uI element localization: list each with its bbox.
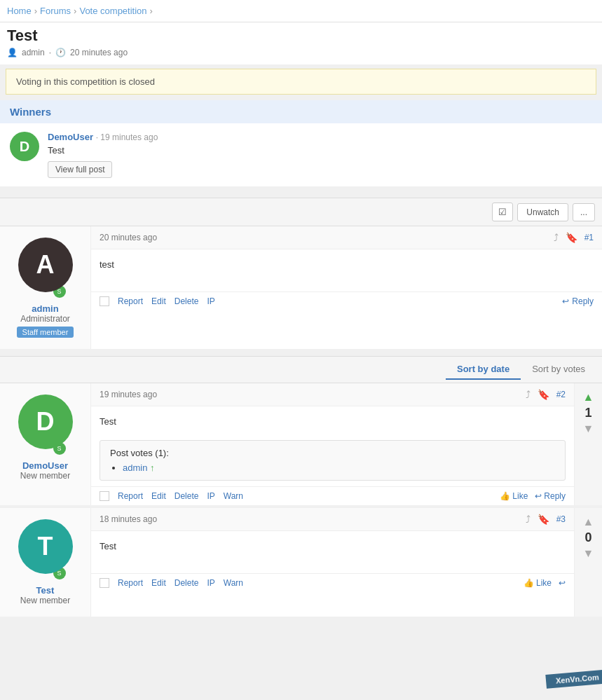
post-1-share-icon[interactable]: ⤴ bbox=[554, 232, 559, 243]
post-1-header: 20 minutes ago ⤴ 🔖 #1 bbox=[91, 226, 602, 249]
post-1-header-actions: ⤴ 🔖 #1 bbox=[554, 232, 594, 243]
post-2-vote-panel: ▲ 1 ▼ bbox=[574, 383, 602, 505]
winner-avatar: D bbox=[10, 132, 39, 161]
post-1-body: test bbox=[91, 249, 602, 291]
post-2-delete[interactable]: Delete bbox=[175, 491, 199, 501]
post-2-vote-down[interactable]: ▼ bbox=[583, 423, 594, 434]
post-3-time: 18 minutes ago bbox=[100, 514, 157, 524]
breadcrumb-forums[interactable]: Forums bbox=[40, 6, 71, 16]
post-1-avatar: A bbox=[18, 238, 73, 292]
post-2-share-icon[interactable]: ⤴ bbox=[526, 389, 531, 400]
post-1-edit[interactable]: Edit bbox=[151, 296, 166, 306]
post-3-header: 18 minutes ago ⤴ 🔖 #3 bbox=[91, 508, 574, 531]
post-3-main-wrapper: 18 minutes ago ⤴ 🔖 #3 Test Report Edit D… bbox=[91, 508, 602, 617]
post-2-reply[interactable]: ↩Reply bbox=[535, 491, 566, 501]
meta-time: 20 minutes ago bbox=[70, 48, 128, 57]
post-2-username[interactable]: DemoUser bbox=[22, 460, 68, 471]
user-icon: 👤 bbox=[7, 48, 18, 57]
breadcrumb-sep-3: › bbox=[150, 6, 153, 16]
page-title: Test bbox=[7, 27, 595, 45]
post-3-like[interactable]: 👍Like bbox=[524, 578, 552, 588]
post-1-report[interactable]: Report bbox=[118, 296, 143, 306]
post-2-like[interactable]: 👍Like bbox=[500, 491, 528, 501]
post-2-edit[interactable]: Edit bbox=[151, 491, 166, 501]
post-3-sidebar: T S Test New member bbox=[0, 508, 91, 617]
post-1-footer: Report Edit Delete IP ↩Reply bbox=[91, 291, 602, 310]
post-2-main: 19 minutes ago ⤴ 🔖 #2 Test Post votes (1… bbox=[91, 383, 574, 505]
view-full-post-button[interactable]: View full post bbox=[48, 161, 112, 178]
post-1-bookmark-icon[interactable]: 🔖 bbox=[566, 232, 577, 243]
page-title-area: Test 👤 admin · 🕐 20 minutes ago bbox=[0, 22, 602, 64]
post-1-username[interactable]: admin bbox=[32, 303, 58, 314]
post-3-vote-up[interactable]: ▲ bbox=[583, 516, 594, 528]
post-3-ip[interactable]: IP bbox=[207, 578, 214, 588]
post-toolbar: ☑ Unwatch ... bbox=[0, 198, 602, 226]
post-2-vote-count: 1 bbox=[584, 406, 591, 420]
post-3-header-actions: ⤴ 🔖 #3 bbox=[526, 514, 566, 525]
clock-icon: 🕐 bbox=[55, 48, 66, 57]
post-1-main: 20 minutes ago ⤴ 🔖 #1 test Report Edit D… bbox=[91, 226, 602, 349]
post-3-username[interactable]: Test bbox=[36, 585, 55, 596]
voter-name[interactable]: admin bbox=[123, 462, 147, 473]
post-1-reply[interactable]: ↩Reply bbox=[562, 296, 594, 306]
post-3-footer: Report Edit Delete IP Warn 👍Like ↩ bbox=[91, 573, 574, 592]
post-3-body: Test bbox=[91, 531, 574, 573]
breadcrumb-home[interactable]: Home bbox=[7, 6, 32, 16]
alert-text: Voting in this competition is closed bbox=[16, 76, 155, 87]
sort-by-votes-button[interactable]: Sort by votes bbox=[521, 359, 596, 380]
sort-by-date-button[interactable]: Sort by date bbox=[446, 359, 521, 380]
meta-user: admin bbox=[22, 48, 45, 57]
post-row-2: D S DemoUser New member 19 minutes ago ⤴… bbox=[0, 383, 602, 505]
votes-detail-title: Post votes (1): bbox=[110, 448, 555, 458]
post-2-sidebar: D S DemoUser New member bbox=[0, 383, 91, 505]
post-3-vote-down[interactable]: ▼ bbox=[583, 548, 594, 559]
post-2-bookmark-icon[interactable]: 🔖 bbox=[538, 389, 549, 400]
post-3-avatar: T bbox=[18, 519, 73, 574]
post-3-warn[interactable]: Warn bbox=[224, 578, 243, 588]
unwatch-button[interactable]: Unwatch bbox=[517, 203, 568, 221]
post-1-user-badge: Staff member bbox=[17, 327, 74, 338]
voter-item: admin ↑ bbox=[123, 462, 555, 473]
post-2-body: Test bbox=[91, 406, 574, 437]
winner-content: DemoUser · 19 minutes ago Test View full… bbox=[48, 132, 592, 178]
post-3-edit[interactable]: Edit bbox=[151, 578, 166, 588]
post-2-avatar: D bbox=[18, 394, 73, 449]
post-3-number: #3 bbox=[556, 514, 566, 524]
breadcrumb-vote-competition[interactable]: Vote competition bbox=[79, 6, 146, 16]
post-1-number: #1 bbox=[584, 233, 594, 242]
sort-bar: Sort by date Sort by votes bbox=[0, 356, 602, 383]
post-2-vote-up[interactable]: ▲ bbox=[583, 392, 594, 403]
post-1-time: 20 minutes ago bbox=[100, 233, 157, 242]
post-3-checkbox[interactable] bbox=[100, 578, 109, 588]
post-row-1: A S admin Administrator Staff member 20 … bbox=[0, 226, 602, 349]
post-3-delete[interactable]: Delete bbox=[175, 578, 199, 588]
watch-checkbox-btn[interactable]: ☑ bbox=[492, 203, 513, 221]
post-1-ip[interactable]: IP bbox=[207, 296, 214, 306]
section-gap-1 bbox=[0, 192, 602, 198]
post-3-bookmark-icon[interactable]: 🔖 bbox=[538, 514, 549, 525]
page-meta: 👤 admin · 🕐 20 minutes ago bbox=[7, 48, 595, 57]
post-1-delete[interactable]: Delete bbox=[175, 296, 199, 306]
post-2-report[interactable]: Report bbox=[118, 491, 143, 501]
post-1-checkbox[interactable] bbox=[100, 296, 109, 306]
winners-section: Winners D DemoUser · 19 minutes ago Test… bbox=[0, 100, 602, 186]
post-2-ip[interactable]: IP bbox=[207, 491, 214, 501]
post-3-reply[interactable]: ↩ bbox=[559, 578, 566, 588]
winners-header: Winners bbox=[0, 100, 602, 123]
post-3-share-icon[interactable]: ⤴ bbox=[526, 514, 531, 525]
voter-direction-icon: ↑ bbox=[150, 462, 155, 473]
winner-username[interactable]: DemoUser bbox=[48, 132, 93, 142]
breadcrumb: Home › Forums › Vote competition › bbox=[0, 0, 602, 22]
post-2-header-actions: ⤴ 🔖 #2 bbox=[526, 389, 566, 400]
winner-item: D DemoUser · 19 minutes ago Test View fu… bbox=[0, 123, 602, 186]
post-2-main-wrapper: 19 minutes ago ⤴ 🔖 #2 Test Post votes (1… bbox=[91, 383, 602, 505]
breadcrumb-sep-1: › bbox=[34, 6, 37, 16]
post-3-report[interactable]: Report bbox=[118, 578, 143, 588]
post-2-checkbox[interactable] bbox=[100, 491, 109, 501]
more-options-button[interactable]: ... bbox=[573, 203, 595, 221]
post-3-user-role: New member bbox=[20, 596, 70, 605]
post-2-warn[interactable]: Warn bbox=[224, 491, 243, 501]
post-2-votes-detail: Post votes (1): admin ↑ bbox=[100, 440, 566, 481]
post-2-time: 19 minutes ago bbox=[100, 390, 157, 399]
post-2-footer: Report Edit Delete IP Warn 👍Like ↩Reply bbox=[91, 486, 574, 505]
